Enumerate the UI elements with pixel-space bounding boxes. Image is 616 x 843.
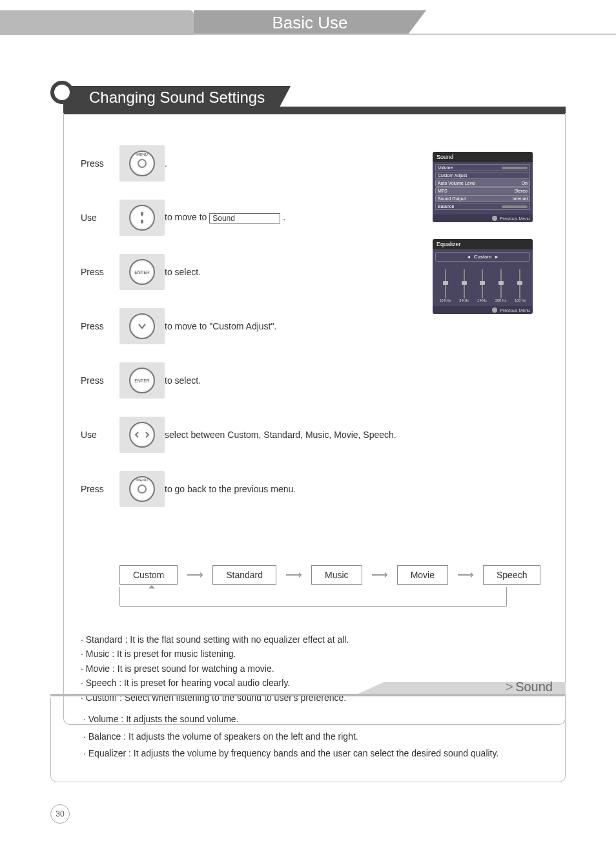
- sound-item-volume: Volume : It adjusts the sound volume.: [83, 711, 548, 728]
- step-label: Use: [81, 430, 119, 440]
- main-section: Changing Sound Settings Press MENU . Use…: [50, 81, 566, 725]
- svg-rect-1: [141, 220, 143, 224]
- volume-bar-icon: [502, 167, 528, 169]
- enter-button-icon: ENTER: [119, 362, 165, 399]
- dpad-icon: [119, 200, 165, 236]
- arrow-right-icon: ⟶: [285, 568, 302, 582]
- balance-bar-icon: [502, 205, 528, 208]
- osd-row-value: Internal: [513, 196, 528, 201]
- back-icon: [492, 216, 497, 221]
- preset-desc-movie: Movie : It is preset sound for watching …: [81, 661, 548, 676]
- eq-freq-label: 3 KHz: [459, 298, 469, 302]
- flow-box-standard: Standard: [212, 565, 276, 585]
- step-desc: to move to Sound .: [165, 212, 404, 223]
- osd-body: ◂Custom▸ 10 KHz 3 KHz 1 KHz 300 Hz 100 H…: [433, 249, 533, 306]
- left-right-icon: [119, 417, 165, 453]
- menu-button-icon: MENU: [119, 145, 165, 182]
- osd-row-label: Balance: [438, 204, 454, 209]
- menu-button-icon: MENU: [119, 471, 165, 507]
- down-button-icon: [119, 308, 165, 344]
- eq-slider-icon: [519, 269, 520, 298]
- header-tab-left: [0, 10, 194, 35]
- sound-tab-title: Sound: [506, 680, 553, 694]
- osd-sound-screenshot: Sound Volume Custom Adjust Auto Volume L…: [433, 152, 533, 222]
- osd-row-label: Auto Volume Level: [438, 181, 475, 185]
- eq-mode-pill: ◂Custom▸: [435, 252, 530, 262]
- osd-title: Sound: [433, 152, 533, 162]
- sound-tab: Sound: [50, 678, 566, 698]
- back-icon: [492, 307, 497, 313]
- eq-slider-icon: [500, 269, 502, 298]
- osd-row-label: Volume: [438, 165, 453, 170]
- header-underline: [194, 34, 616, 35]
- sound-item-equalizer: Equalizer : It adjusts the volume by fre…: [83, 745, 548, 762]
- section-header: Changing Sound Settings: [50, 81, 566, 113]
- content-frame: Press MENU . Use to move to Sound . Pres…: [63, 113, 566, 725]
- osd-body: Volume Custom Adjust Auto Volume LevelOn…: [433, 162, 533, 214]
- osd-footer: Previous Menu: [433, 214, 533, 222]
- sound-option-box: Sound: [209, 213, 280, 224]
- arrow-right-icon: ⟶: [371, 568, 388, 582]
- eq-slider-icon: [464, 269, 465, 298]
- step-text-post: .: [283, 212, 285, 222]
- step-label: Press: [81, 375, 119, 386]
- preset-desc-music: Music : It is preset for music listening…: [81, 647, 548, 661]
- eq-sliders: [435, 263, 530, 298]
- sound-item-balance: Balance : It adjusts the volume of speak…: [83, 728, 548, 745]
- osd-title: Equalizer: [433, 239, 533, 249]
- step-label: Press: [81, 321, 119, 331]
- osd-equalizer-screenshot: Equalizer ◂Custom▸ 10 KHz 3 KHz 1 KHz 30…: [433, 239, 533, 314]
- eq-slider-icon: [445, 269, 446, 298]
- osd-row-label: Custom Adjust: [438, 173, 467, 178]
- page-number: 30: [50, 804, 70, 824]
- step-desc: to go back to the previous menu.: [165, 484, 404, 494]
- steps-grid: Press MENU . Use to move to Sound . Pres…: [81, 145, 404, 507]
- eq-slider-icon: [482, 269, 483, 298]
- osd-footer-text: Previous Menu: [500, 308, 530, 313]
- step-label: Press: [81, 158, 119, 169]
- section-marker-icon: [50, 81, 74, 104]
- eq-freq-label: 100 Hz: [515, 298, 526, 302]
- header-tab-title: Basic Use: [194, 10, 426, 35]
- preset-desc-standard: Standard : It is the flat sound setting …: [81, 632, 548, 647]
- preset-flow: Custom ⟶ Standard ⟶ Music ⟶ Movie ⟶ Spee…: [119, 565, 548, 585]
- step-desc: to select.: [165, 375, 404, 386]
- step-desc: .: [165, 158, 404, 169]
- step-desc: to select.: [165, 267, 404, 277]
- eq-freq-label: 1 KHz: [477, 298, 487, 302]
- eq-mode: Custom: [474, 254, 492, 260]
- step-label: Use: [81, 213, 119, 223]
- osd-row-value: Stereo: [514, 189, 528, 193]
- osd-row-value: On: [522, 181, 528, 185]
- osd-row-label: MTS: [438, 189, 447, 193]
- sound-tab-underline: [50, 694, 566, 696]
- step-label: Press: [81, 484, 119, 494]
- enter-button-icon: ENTER: [119, 254, 165, 290]
- arrow-right-icon: ⟶: [187, 568, 203, 582]
- eq-freq-label: 10 KHz: [439, 298, 451, 302]
- osd-row-label: Sound Output: [438, 196, 466, 201]
- step-label: Press: [81, 267, 119, 277]
- page-header: Basic Use: [0, 0, 616, 35]
- chevron-left-icon: ◂: [467, 254, 470, 260]
- osd-footer: Previous Menu: [433, 306, 533, 314]
- step-desc: select between Custom, Standard, Music, …: [165, 430, 404, 440]
- flow-return-arrow-icon: [119, 587, 507, 607]
- flow-box-music: Music: [311, 565, 362, 585]
- arrow-right-icon: ⟶: [457, 568, 474, 582]
- flow-box-speech: Speech: [483, 565, 540, 585]
- osd-footer-text: Previous Menu: [500, 216, 530, 221]
- step-text-pre: to move to: [165, 212, 209, 222]
- eq-labels: 10 KHz 3 KHz 1 KHz 300 Hz 100 Hz: [435, 298, 530, 302]
- sound-body: Volume : It adjusts the sound volume. Ba…: [50, 698, 566, 782]
- sound-section: Sound Volume : It adjusts the sound volu…: [50, 678, 566, 782]
- eq-freq-label: 300 Hz: [495, 298, 506, 302]
- step-desc: to move to "Custom Adjust".: [165, 321, 404, 331]
- chevron-right-icon: ▸: [495, 254, 498, 260]
- flow-box-movie: Movie: [397, 565, 448, 585]
- svg-rect-0: [141, 212, 143, 216]
